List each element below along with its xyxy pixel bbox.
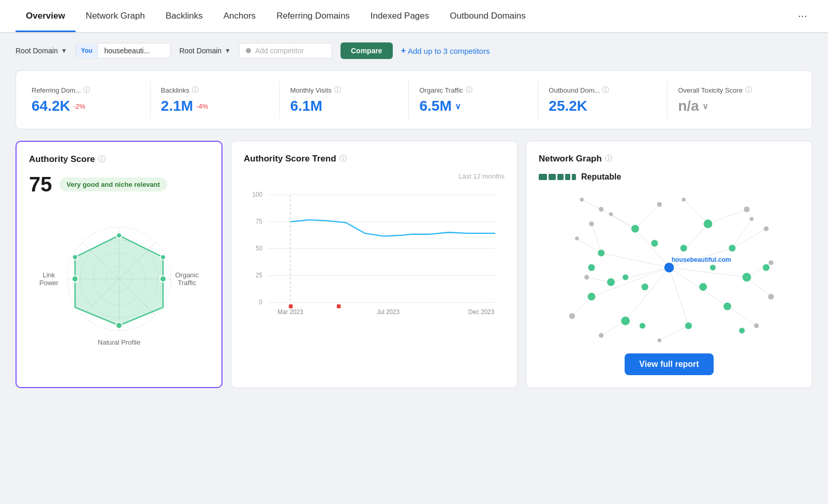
root-domain-dropdown-2[interactable]: Root Domain ▼	[179, 47, 231, 55]
info-icon-toxicity[interactable]: ⓘ	[745, 85, 752, 95]
metric-label-referring: Referring Dom...	[32, 86, 81, 94]
legend-bar-5	[572, 174, 576, 180]
svg-point-11	[116, 322, 122, 329]
svg-line-51	[572, 297, 592, 316]
metric-label-outbound: Outbound Dom...	[549, 86, 600, 94]
svg-line-57	[592, 224, 601, 253]
svg-point-68	[569, 313, 575, 319]
svg-line-47	[747, 277, 771, 297]
nav-indexed-pages[interactable]: Indexed Pages	[360, 2, 439, 32]
nav-network-graph[interactable]: Network Graph	[76, 2, 155, 32]
svg-point-74	[589, 221, 594, 226]
svg-point-89	[640, 323, 645, 329]
svg-point-60	[744, 206, 749, 212]
svg-point-87	[651, 240, 658, 247]
info-icon-backlinks[interactable]: ⓘ	[192, 85, 199, 95]
you-badge: You	[76, 44, 98, 57]
metric-organic-traffic: Organic Traffic ⓘ 6.5M ∨	[409, 81, 538, 118]
svg-point-90	[763, 264, 770, 271]
svg-text:50: 50	[256, 245, 262, 252]
svg-line-42	[635, 204, 659, 229]
svg-point-76	[704, 219, 713, 228]
radar-chart	[57, 217, 181, 341]
network-graph-card: Network Graph ⓘ Reputable	[526, 141, 812, 388]
legend-bar-3	[557, 174, 564, 180]
info-icon-referring[interactable]: ⓘ	[83, 85, 90, 95]
nav-more-icon[interactable]: ···	[793, 0, 812, 32]
svg-point-62	[764, 226, 768, 231]
competitor-input[interactable]: Add competitor	[239, 43, 332, 58]
svg-marker-8	[75, 235, 163, 325]
metric-outbound: Outbound Dom... ⓘ 25.2K	[538, 81, 668, 118]
svg-line-52	[577, 239, 601, 253]
svg-line-43	[708, 210, 747, 224]
svg-point-81	[621, 317, 630, 325]
svg-line-34	[669, 268, 747, 277]
svg-point-66	[658, 338, 662, 343]
info-icon-authority[interactable]: ⓘ	[98, 155, 106, 164]
nav-overview[interactable]: Overview	[16, 2, 76, 32]
svg-point-95	[664, 262, 675, 273]
svg-point-91	[588, 264, 595, 271]
svg-point-10	[160, 276, 166, 282]
domain-input[interactable]	[98, 43, 170, 58]
svg-line-35	[669, 268, 728, 306]
nav-outbound-domains[interactable]: Outbound Domains	[439, 2, 536, 32]
metric-value-backlinks: 2.1M -4%	[161, 98, 269, 114]
add-competitors-link[interactable]: + Add up to 3 competitors	[401, 46, 490, 55]
metric-value-organic[interactable]: 6.5M ∨	[419, 98, 527, 114]
info-icon-organic[interactable]: ⓘ	[466, 85, 472, 95]
svg-text:Jul 2023: Jul 2023	[377, 308, 400, 316]
quality-badge: Very good and niche relevant	[60, 177, 168, 191]
network-graph-area: housebeautiful.com	[539, 190, 800, 345]
info-icon-trend[interactable]: ⓘ	[339, 154, 347, 164]
chevron-down-toxicity-icon: ∨	[702, 101, 708, 111]
svg-point-65	[754, 323, 759, 328]
svg-line-55	[611, 214, 635, 229]
svg-point-84	[607, 278, 615, 286]
metric-value-monthly: 6.1M	[290, 98, 398, 114]
metric-value-toxicity[interactable]: n/a ∨	[678, 98, 786, 114]
svg-point-92	[739, 328, 745, 333]
svg-point-73	[750, 217, 754, 221]
svg-point-59	[657, 202, 662, 206]
nav-backlinks[interactable]: Backlinks	[155, 2, 213, 32]
svg-point-71	[584, 275, 589, 279]
network-graph-svg: housebeautiful.com	[539, 190, 800, 345]
svg-point-58	[599, 207, 603, 212]
svg-point-94	[681, 245, 687, 251]
root-domain-dropdown-1[interactable]: Root Domain ▼	[16, 47, 67, 55]
metric-label-backlinks: Backlinks	[161, 86, 189, 94]
svg-point-80	[685, 322, 692, 329]
trend-chart-svg: 100 75 50 25 0 Mar 2023 Jul 2023 Dec 202…	[244, 185, 505, 320]
info-icon-outbound[interactable]: ⓘ	[602, 85, 609, 95]
authority-score-card: Authority Score ⓘ 75 Very good and niche…	[16, 141, 223, 388]
svg-point-69	[575, 236, 579, 241]
legend-bars	[539, 174, 576, 180]
metric-value-referring: 64.2K -2%	[32, 98, 140, 114]
metric-label-toxicity: Overall Toxicity Score	[678, 86, 743, 94]
svg-line-53	[582, 200, 601, 210]
svg-point-77	[729, 245, 735, 251]
svg-point-13	[160, 255, 166, 260]
view-full-report-button[interactable]: View full report	[625, 353, 713, 375]
svg-line-39	[601, 253, 669, 268]
controls-bar: Root Domain ▼ You Root Domain ▼ Add comp…	[0, 33, 828, 64]
info-icon-monthly[interactable]: ⓘ	[334, 85, 341, 95]
info-icon-network[interactable]: ⓘ	[605, 154, 612, 164]
svg-text:Dec 2023: Dec 2023	[468, 308, 494, 316]
competitor-placeholder: Add competitor	[255, 47, 304, 55]
svg-point-75	[631, 225, 639, 233]
compare-button[interactable]: Compare	[341, 42, 393, 59]
svg-point-63	[768, 260, 773, 265]
svg-line-56	[732, 219, 752, 248]
svg-point-64	[768, 294, 774, 300]
nav-referring-domains[interactable]: Referring Domains	[266, 2, 360, 32]
nav-anchors[interactable]: Anchors	[213, 2, 266, 32]
svg-line-48	[728, 306, 757, 326]
legend-bar-4	[565, 174, 570, 180]
svg-text:0: 0	[259, 299, 262, 306]
svg-line-38	[592, 268, 669, 297]
radar-label-link-power: LinkPower	[39, 271, 58, 287]
chevron-down-icon: ▼	[61, 47, 67, 54]
